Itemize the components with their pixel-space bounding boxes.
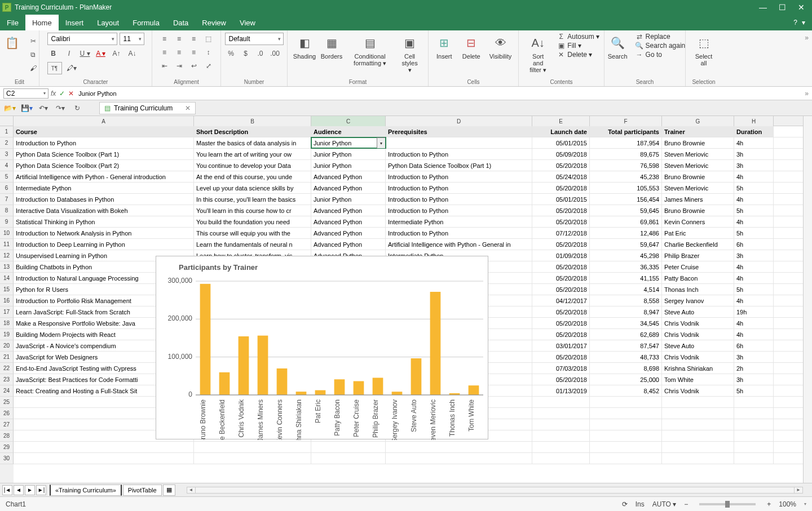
data-cell[interactable]: 05/20/2018 — [532, 306, 590, 317]
data-cell[interactable]: Patty Bacon — [662, 273, 734, 283]
row-header[interactable]: 15 — [0, 284, 14, 295]
merge-cells-icon[interactable]: ⬚ — [202, 33, 215, 45]
collapse-ribbon-icon[interactable]: ▾ — [802, 19, 805, 26]
row-header[interactable]: 5 — [0, 171, 14, 183]
data-cell[interactable]: 5h — [734, 385, 774, 396]
name-box[interactable]: C2▾ — [3, 88, 48, 99]
row-headers[interactable]: 1234567891011121314151617181920212223242… — [0, 126, 14, 483]
data-cell[interactable]: Chris Vodnik — [662, 318, 734, 328]
align-center-icon[interactable]: ≡ — [173, 46, 186, 59]
save-icon[interactable]: 💾▾ — [20, 102, 33, 114]
fill-button[interactable]: ▣Fill ▾ — [557, 42, 599, 50]
data-cell[interactable]: James Miners — [662, 194, 734, 205]
sheet-tab-pivot[interactable]: PivotTable — [123, 485, 162, 496]
align-top-center-icon[interactable]: ≡ — [173, 33, 186, 45]
vertical-scrollbar[interactable] — [803, 116, 812, 483]
row-header[interactable]: 23 — [0, 374, 14, 385]
row-header[interactable]: 11 — [0, 239, 14, 250]
data-cell[interactable]: Intermediate Python — [14, 183, 194, 193]
column-header-E[interactable]: E — [532, 116, 590, 126]
data-cell[interactable]: 59,647 — [590, 239, 662, 250]
data-cell[interactable]: 76,598 — [590, 160, 662, 171]
data-cell[interactable]: 3h — [734, 374, 774, 385]
zoom-slider[interactable] — [699, 503, 756, 505]
data-cell[interactable]: 4h — [734, 216, 774, 227]
data-cell[interactable]: 59,645 — [590, 205, 662, 216]
data-cell[interactable]: This course will equip you with the — [194, 228, 311, 238]
row-header[interactable]: 21 — [0, 352, 14, 363]
insert-cells-button[interactable]: ⊞Insert — [432, 33, 457, 61]
row-header[interactable]: 24 — [0, 385, 14, 397]
borders-button[interactable]: ▦Borders — [319, 33, 344, 61]
data-cell[interactable]: 8,558 — [590, 295, 662, 306]
data-cell[interactable]: Advanced Python — [311, 228, 386, 238]
column-header-A[interactable]: A — [14, 116, 194, 126]
search-button[interactable]: 🔍Search — [604, 33, 631, 61]
data-cell[interactable]: Python Data Science Toolbox (Part 2) — [14, 160, 194, 171]
header-cell[interactable]: Short Description — [194, 126, 311, 137]
font-family-combo[interactable]: Calibri — [47, 33, 117, 45]
data-cell[interactable] — [590, 442, 662, 452]
replace-button[interactable]: ⇄Replace — [636, 33, 686, 41]
align-right-icon[interactable]: ≡ — [188, 46, 200, 59]
data-cell[interactable]: 89,675 — [590, 149, 662, 159]
data-cell[interactable]: 45,298 — [590, 250, 662, 261]
bold-button[interactable]: B — [47, 47, 60, 60]
document-tab[interactable]: ▤ Training Curriculum ✕ — [99, 102, 196, 114]
data-cell[interactable]: You build the foundation you need — [194, 216, 311, 227]
goto-button[interactable]: →Go to — [636, 51, 686, 59]
data-cell[interactable] — [662, 430, 734, 441]
column-header-C[interactable]: C — [311, 116, 386, 126]
data-cell[interactable]: Artificial Intelligence with Python - Ge… — [14, 171, 194, 182]
search-again-button[interactable]: 🔍Search again — [636, 42, 686, 50]
data-cell[interactable]: Sergey Ivanov — [662, 295, 734, 306]
close-tab-icon[interactable]: ✕ — [185, 104, 191, 112]
row-header[interactable]: 28 — [0, 430, 14, 442]
delete-contents-button[interactable]: ✕Delete ▾ — [557, 51, 599, 59]
status-ins[interactable]: Ins — [636, 500, 645, 508]
data-cell[interactable] — [590, 408, 662, 419]
column-header-F[interactable]: F — [590, 116, 662, 126]
row-header[interactable]: 25 — [0, 397, 14, 408]
highlight-button[interactable]: 🖍▾ — [65, 62, 78, 74]
first-sheet-button[interactable]: |◄ — [2, 485, 12, 495]
ribbon-expand-icon[interactable]: » — [801, 30, 812, 86]
chart-participants-by-trainer[interactable]: Participants by Trainer 0100,000200,0003… — [156, 256, 488, 439]
column-header-D[interactable]: D — [386, 116, 532, 126]
data-cell[interactable]: 3h — [734, 160, 774, 171]
data-cell[interactable]: Introduction to Python — [386, 228, 532, 238]
data-cell[interactable]: 25,000 — [590, 374, 662, 385]
data-cell[interactable] — [734, 430, 774, 441]
data-cell[interactable]: 3h — [734, 250, 774, 261]
indent-decrease-icon[interactable]: ⇤ — [158, 60, 171, 72]
row-header[interactable]: 14 — [0, 273, 14, 284]
data-cell[interactable] — [734, 419, 774, 430]
header-cell[interactable]: Trainer — [662, 126, 734, 137]
next-sheet-button[interactable]: ► — [25, 485, 35, 495]
sheet-tab-training[interactable]: «Training Curriculum» — [50, 485, 122, 496]
data-cell[interactable]: 05/20/2018 — [532, 205, 590, 216]
data-cell[interactable]: 05/20/2018 — [532, 374, 590, 385]
row-header[interactable]: 7 — [0, 194, 14, 205]
data-cell[interactable]: 04/12/2017 — [532, 295, 590, 306]
data-cell[interactable]: 3h — [734, 352, 774, 362]
data-cell[interactable]: Intermediate Python — [386, 216, 532, 227]
prev-sheet-button[interactable]: ◄ — [14, 485, 24, 495]
data-cell[interactable]: 05/01/2015 — [532, 137, 590, 148]
data-cell[interactable] — [532, 408, 590, 419]
data-cell[interactable] — [532, 453, 590, 464]
zoom-in-button[interactable]: + — [767, 500, 771, 508]
data-cell[interactable]: Learn the fundamentals of neural n — [194, 239, 311, 250]
data-cell[interactable]: Pat Eric — [662, 228, 734, 238]
font-color-button[interactable]: A ▾ — [95, 47, 107, 60]
data-cell[interactable]: Introduction to Python — [386, 194, 532, 205]
row-header[interactable]: 10 — [0, 228, 14, 239]
data-cell[interactable]: Advanced Python — [311, 183, 386, 193]
data-cell[interactable] — [386, 442, 532, 452]
data-cell[interactable] — [734, 442, 774, 452]
data-cell[interactable]: Junior Python — [311, 149, 386, 159]
data-cell[interactable]: Steven Meriovic — [662, 149, 734, 159]
menu-insert[interactable]: Insert — [59, 15, 91, 30]
zoom-value[interactable]: 100% — [779, 500, 796, 508]
row-header[interactable]: 17 — [0, 306, 14, 318]
